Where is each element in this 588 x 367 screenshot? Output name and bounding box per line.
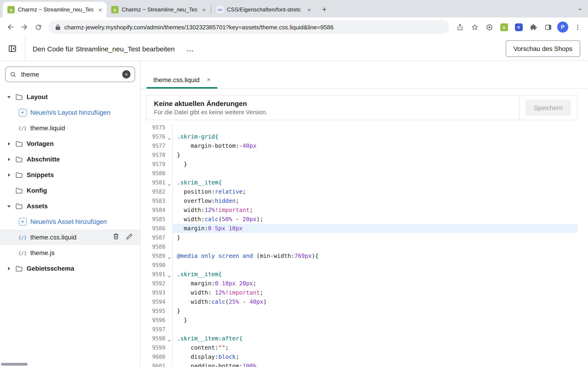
- line-number[interactable]: 9584: [146, 206, 173, 215]
- rename-file-button[interactable]: [126, 233, 133, 241]
- editor-tab-theme-css[interactable]: theme.css.liquid ×: [147, 72, 217, 89]
- code-line[interactable]: 9588: [146, 242, 578, 251]
- address-bar[interactable]: charmz-jewelry.myshopify.com/admin/theme…: [49, 20, 449, 34]
- caret-down-icon[interactable]: [6, 95, 12, 99]
- code-line[interactable]: 9597: [146, 325, 578, 334]
- code-line[interactable]: 9596 }: [146, 316, 578, 325]
- sidebar-scrollbar-thumb[interactable]: [1, 363, 27, 366]
- line-number[interactable]: 9577: [146, 141, 173, 150]
- code-text[interactable]: [173, 261, 578, 270]
- code-line[interactable]: 9590: [146, 261, 578, 270]
- code-line[interactable]: 9579 }: [146, 160, 578, 169]
- sidebar-file-theme-css-liquid[interactable]: {/}theme.css.liquid: [0, 229, 140, 245]
- extension-circle-button[interactable]: [482, 20, 496, 34]
- line-number[interactable]: 9595: [146, 307, 173, 316]
- code-line[interactable]: 9583 overflow:hidden;: [146, 196, 578, 206]
- code-line[interactable]: 9599 content:"";: [146, 343, 578, 352]
- code-line[interactable]: 9575: [146, 123, 578, 132]
- code-text[interactable]: .skrim__item{: [173, 270, 578, 279]
- code-text[interactable]: padding-bottom:100%: [173, 361, 578, 367]
- share-button[interactable]: [453, 20, 467, 34]
- code-text[interactable]: [173, 169, 578, 178]
- close-tab-icon[interactable]: ×: [96, 6, 104, 13]
- sidebar-folder-snippets[interactable]: Snippets: [0, 167, 140, 183]
- code-line[interactable]: 9585 width:calc(50% - 20px);: [146, 215, 578, 224]
- code-text[interactable]: width:12%!important;: [173, 206, 578, 215]
- browser-tab[interactable]: sCharmz ~ Streamline_neu_Tes×: [3, 2, 107, 17]
- line-number[interactable]: 9580: [146, 169, 173, 178]
- profile-button[interactable]: P: [556, 20, 570, 34]
- line-number[interactable]: 9579: [146, 160, 173, 169]
- side-panel-button[interactable]: [541, 20, 555, 34]
- caret-down-icon[interactable]: [6, 204, 12, 208]
- code-line[interactable]: 9589@media only screen and (min-width:76…: [146, 251, 578, 261]
- shopify-extension-button[interactable]: s: [497, 20, 511, 34]
- code-line[interactable]: 9601 padding-bottom:100%: [146, 361, 578, 367]
- code-line[interactable]: 9600 display:block;: [146, 352, 578, 361]
- sidebar-add-item[interactable]: +Neue/n/s Asset hinzufügen: [0, 214, 140, 229]
- code-text[interactable]: }: [173, 233, 578, 242]
- line-number[interactable]: 9575: [146, 123, 173, 132]
- code-text[interactable]: margin:0 10px 20px;: [173, 279, 578, 288]
- caret-right-icon[interactable]: [6, 142, 12, 146]
- extensions-menu-button[interactable]: [527, 20, 540, 34]
- line-number[interactable]: 9599: [146, 343, 173, 352]
- code-text[interactable]: }: [173, 160, 578, 169]
- code-text[interactable]: overflow:hidden;: [173, 196, 578, 206]
- code-line[interactable]: 9595}: [146, 307, 578, 316]
- sidebar-folder-layout[interactable]: Layout: [0, 89, 140, 105]
- line-number[interactable]: 9598: [146, 334, 173, 343]
- sidebar-folder-abschnitte[interactable]: Abschnitte: [0, 151, 140, 167]
- tab-search-chevron-icon[interactable]: ⌄: [578, 5, 582, 11]
- code-text[interactable]: }: [173, 307, 578, 316]
- code-area[interactable]: 95759576.skrim-grid{9577 margin-bottom:-…: [146, 123, 578, 367]
- code-line[interactable]: 9598.skrim__item:after{: [146, 334, 578, 343]
- code-line[interactable]: 9586 margin:0 5px 10px: [146, 224, 578, 233]
- delete-file-button[interactable]: [112, 233, 120, 241]
- code-line[interactable]: 9593 width: 12%!important;: [146, 288, 578, 297]
- line-number[interactable]: 9583: [146, 196, 173, 206]
- line-number[interactable]: 9591: [146, 270, 173, 279]
- code-text[interactable]: }: [173, 316, 578, 325]
- file-search-box[interactable]: ×: [5, 67, 135, 82]
- line-number[interactable]: 9576: [146, 132, 173, 141]
- line-number[interactable]: 9588: [146, 242, 173, 251]
- exit-code-editor-button[interactable]: [0, 37, 25, 60]
- sidebar-folder-vorlagen[interactable]: Vorlagen: [0, 136, 140, 151]
- code-text[interactable]: content:"";: [173, 343, 578, 352]
- code-line[interactable]: 9592 margin:0 10px 20px;: [146, 279, 578, 288]
- blue-extension-button[interactable]: e: [512, 20, 526, 34]
- browser-tab[interactable]: </>CSS/Eigenschaften/font-stretc×: [212, 2, 316, 17]
- caret-right-icon[interactable]: [6, 266, 12, 270]
- line-number[interactable]: 9587: [146, 233, 173, 242]
- browser-menu-button[interactable]: [571, 20, 584, 34]
- code-text[interactable]: .skrim-grid{: [173, 132, 578, 141]
- code-line[interactable]: 9584 width:12%!important;: [146, 206, 578, 215]
- caret-right-icon[interactable]: [6, 157, 12, 161]
- code-line[interactable]: 9576.skrim-grid{: [146, 132, 578, 141]
- line-number[interactable]: 9582: [146, 187, 173, 196]
- code-text[interactable]: width:calc(25% - 40px): [173, 297, 578, 307]
- code-text[interactable]: width: 12%!important;: [173, 288, 578, 297]
- code-text[interactable]: display:block;: [173, 352, 578, 361]
- sidebar-folder-gebietsschema[interactable]: Gebietsschema: [0, 261, 140, 276]
- code-text[interactable]: [173, 242, 578, 251]
- line-number[interactable]: 9597: [146, 325, 173, 334]
- code-text[interactable]: margin:0 5px 10px: [173, 224, 578, 233]
- caret-right-icon[interactable]: [6, 173, 12, 177]
- line-number[interactable]: 9585: [146, 215, 173, 224]
- code-text[interactable]: [173, 325, 578, 334]
- code-line[interactable]: 9580: [146, 169, 578, 178]
- sidebar-file-theme-liquid[interactable]: {/}theme.liquid: [0, 120, 140, 136]
- code-text[interactable]: @media only screen and (min-width:769px)…: [173, 251, 578, 261]
- sidebar-file-theme-js[interactable]: {/}theme.js: [0, 245, 140, 261]
- code-text[interactable]: position:relative;: [173, 187, 578, 196]
- preview-shop-button[interactable]: Vorschau des Shops: [506, 40, 580, 57]
- code-text[interactable]: .skrim__item{: [173, 178, 578, 187]
- line-number[interactable]: 9581: [146, 178, 173, 187]
- code-line[interactable]: 9582 position:relative;: [146, 187, 578, 196]
- code-line[interactable]: 9578}: [146, 150, 578, 160]
- line-number[interactable]: 9593: [146, 288, 173, 297]
- line-number[interactable]: 9596: [146, 316, 173, 325]
- reload-button[interactable]: [31, 20, 45, 34]
